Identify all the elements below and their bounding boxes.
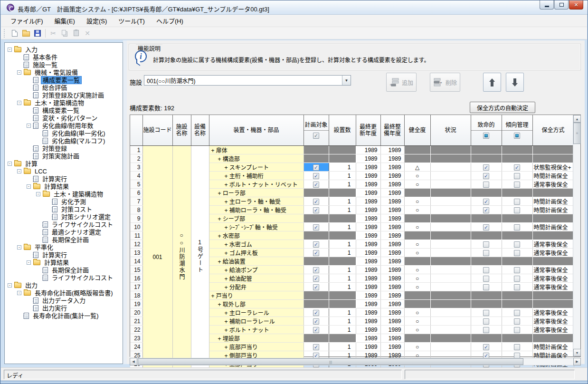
critical-cell[interactable] [471,240,502,249]
trend-cell[interactable]: ✓ [502,163,532,172]
tree-item-label[interactable]: ライフサイクルコスト [50,274,114,281]
tree-item-label[interactable]: 入力 [24,46,39,53]
scroll-right-button[interactable]: ▶ [573,358,581,365]
tree-item-label[interactable]: 平準化 [33,244,55,251]
title-bar[interactable]: 長寿郎／GT 計画策定システム - [C:¥JIPTS¥長寿郎／GT¥data¥… [0,0,588,15]
cut-button[interactable]: ✂ [47,28,59,38]
add-button[interactable]: + 追加 [386,73,417,92]
collapse-icon[interactable]: - [17,291,21,295]
plan-checkbox-cell[interactable]: ✓ [303,223,329,231]
collapse-icon[interactable]: - [8,48,12,52]
tree-item-label[interactable]: 対策登録及び実施計画 [41,92,105,99]
component-name-cell[interactable]: + シーブ部 [209,214,303,223]
checkbox-icon[interactable]: ✓ [313,164,319,171]
open-file-button[interactable] [20,28,32,38]
trend-cell[interactable] [502,274,532,283]
checkbox-icon[interactable]: ✓ [313,207,319,213]
component-name-cell[interactable]: + 分配弁 [209,283,303,291]
tree-item-label[interactable]: 計算結果 [43,183,70,190]
plan-select-all-checkbox[interactable]: ✓ [313,133,319,139]
checkbox-icon[interactable] [514,344,520,350]
checkbox-icon[interactable]: ✓ [313,182,319,188]
tree-item-label[interactable]: 対策コスト [60,206,94,213]
component-name-cell[interactable]: + 戸当り [209,291,303,300]
tree-item[interactable]: -計算 [5,160,123,167]
move-up-button[interactable] [483,73,501,92]
tree-item[interactable]: 長期保全計画 [5,236,123,243]
checkbox-icon[interactable]: ✓ [483,164,489,171]
tree-item-label[interactable]: 土木・建築構造物 [52,191,104,198]
checkbox-icon[interactable]: ✓ [313,199,319,205]
trend-cell[interactable] [502,172,532,180]
plan-checkbox-cell[interactable]: ✓ [303,266,329,274]
checkbox-icon[interactable]: ✓ [313,241,319,248]
critical-select-all-checkbox[interactable] [483,133,489,139]
tree-item-label[interactable]: 構成要素一覧 [41,76,82,84]
checkbox-icon[interactable]: ✓ [483,224,489,230]
tree-item[interactable]: 構成要素一覧 [5,106,123,114]
tree-item[interactable]: 施設一覧 [5,61,123,68]
checkbox-icon[interactable]: ✓ [483,173,489,179]
checkbox-icon[interactable] [483,310,489,316]
component-name-cell[interactable]: + 主桁・補助桁 [209,172,303,180]
tree-item[interactable]: 最適シナリオ選定 [5,228,123,236]
tree-item[interactable]: 対策登録及び実施計画 [5,91,123,99]
plan-checkbox-cell[interactable]: ✓ [303,343,329,351]
trend-cell[interactable] [502,317,532,326]
menu-item[interactable]: 編集(E) [49,14,81,27]
collapse-icon[interactable]: - [17,70,21,75]
copy-button[interactable] [59,28,70,38]
trend-cell[interactable] [502,240,532,249]
critical-cell[interactable] [471,317,502,326]
trend-cell[interactable] [502,180,532,189]
plan-checkbox-cell[interactable]: ✓ [303,283,329,291]
collapse-icon[interactable]: - [8,283,12,288]
new-file-button[interactable] [9,28,20,38]
tree-item[interactable]: -出力 [5,281,123,289]
component-name-cell[interactable]: + ローラ部 [209,189,303,197]
save-button[interactable] [32,28,43,38]
component-name-cell[interactable]: + ボルト・ナット [209,326,303,334]
paste-button[interactable] [70,28,82,38]
menu-item[interactable]: ファイル(F) [5,14,49,27]
tree-item[interactable]: -機械・電気設備 [5,68,123,76]
component-name-cell[interactable]: + 構造部 [209,154,303,163]
tree-item[interactable]: -平準化 [5,243,123,251]
restore-button[interactable] [554,0,569,10]
critical-cell[interactable]: ✓ [471,163,502,172]
critical-cell[interactable] [471,308,502,317]
plan-checkbox-cell[interactable]: ✓ [303,308,329,317]
trend-cell[interactable] [502,223,532,231]
close-button[interactable]: ✕ [569,0,583,10]
plan-checkbox-cell[interactable]: ✓ [303,180,329,189]
scroll-up-button[interactable]: ▲ [573,115,581,123]
component-name-cell[interactable]: + ボルト・ナット・リベット [209,180,303,189]
toolbar-grip[interactable] [4,29,6,38]
scroll-left-button[interactable]: ◀ [130,358,137,365]
component-name-cell[interactable]: + 水密部 [209,231,303,240]
tree-item-label[interactable]: 計算実行 [41,175,68,182]
tree-item[interactable]: 対策実施計画 [5,152,123,160]
tree-item[interactable]: 対策コスト [5,205,123,213]
tree-item-label[interactable]: 対策シナリオ選定 [60,213,112,221]
tree-item-label[interactable]: 基本条件 [31,54,59,61]
checkbox-icon[interactable] [483,327,489,333]
tree-item-label[interactable]: 計算 [24,160,39,167]
checkbox-icon[interactable]: ✓ [313,250,319,256]
tree-item[interactable]: -LCC [5,167,123,175]
collapse-icon[interactable]: - [36,192,40,196]
tree-item[interactable]: -劣化曲線/耐用年数 [5,122,123,129]
trend-cell[interactable] [502,283,532,291]
checkbox-icon[interactable]: ✓ [483,344,489,350]
checkbox-icon[interactable] [483,276,489,282]
component-name-cell[interactable]: + 補助ローラレール [209,317,303,326]
plan-checkbox-cell[interactable]: ✓ [303,240,329,249]
plan-checkbox-cell[interactable]: ✓ [303,206,329,214]
checkbox-icon[interactable]: ✓ [313,284,319,290]
tree-item-label[interactable]: 構成要素一覧 [41,107,81,114]
checkbox-icon[interactable] [514,207,520,213]
checkbox-icon[interactable]: ✓ [483,199,489,205]
checkbox-icon[interactable] [483,182,489,188]
component-name-cell[interactable]: + ｼｰﾌﾞ･ｼｰﾌﾞ軸・軸受 [209,223,303,231]
tree-item[interactable]: -計算結果 [5,259,123,266]
